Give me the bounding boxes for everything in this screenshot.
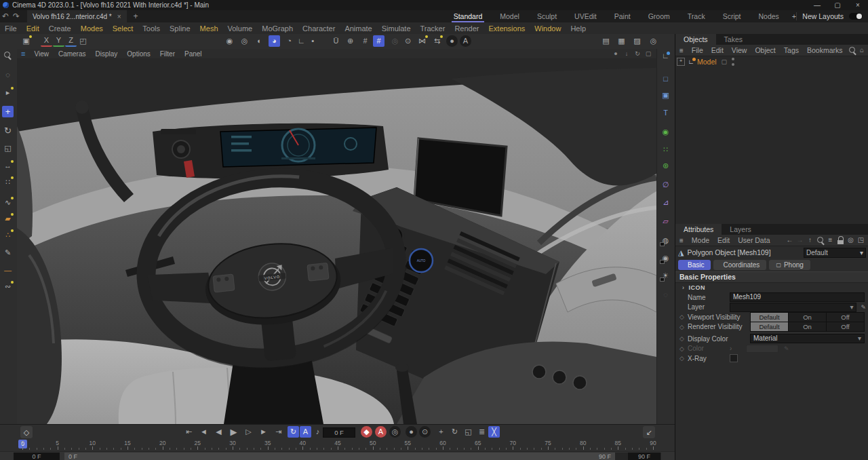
- forward-icon[interactable]: →: [795, 235, 805, 245]
- menu-item[interactable]: Create: [44, 24, 76, 33]
- minimize-button[interactable]: —: [807, 0, 827, 10]
- grid-icon[interactable]: #: [359, 35, 371, 47]
- keyframe-dot-icon[interactable]: ◇: [679, 335, 688, 342]
- menu-item[interactable]: Select: [108, 24, 138, 33]
- environment-icon[interactable]: ◍: [660, 235, 671, 246]
- layout-tab[interactable]: Groom: [639, 11, 679, 22]
- scale-toggle[interactable]: ◱: [462, 426, 474, 438]
- display-color-dropdown[interactable]: Material▾: [750, 334, 865, 343]
- layout-tab[interactable]: Paint: [606, 11, 639, 22]
- home-icon[interactable]: ⌂: [857, 45, 867, 55]
- panel-menu-icon[interactable]: ≡: [675, 237, 688, 244]
- keyframe-dot-icon[interactable]: ◇: [679, 355, 688, 362]
- pla-toggle[interactable]: ╳: [488, 426, 500, 438]
- attribute-tab[interactable]: ▢Phong: [769, 260, 810, 270]
- viewport-menu-panel[interactable]: Panel: [180, 50, 207, 58]
- panel-menu-icon[interactable]: ≡: [675, 47, 688, 54]
- live-selection-icon[interactable]: ◌: [2, 69, 14, 81]
- preset-dropdown[interactable]: Default ▾: [804, 248, 866, 258]
- menu-item[interactable]: Animate: [340, 24, 376, 33]
- position-toggle[interactable]: +: [435, 426, 447, 438]
- polygons-mode-icon[interactable]: ◕: [269, 35, 280, 47]
- panel-tab[interactable]: Takes: [716, 34, 751, 45]
- menu-item[interactable]: Edit: [22, 24, 44, 33]
- menu-item[interactable]: Render: [450, 24, 484, 33]
- menu-item[interactable]: Modes: [76, 24, 108, 33]
- menu-item[interactable]: Extensions: [484, 24, 530, 33]
- quantize-icon[interactable]: ⊕: [344, 35, 356, 47]
- mask-icon[interactable]: ●: [446, 35, 458, 47]
- play-button[interactable]: ▶: [228, 426, 239, 438]
- brush-tool-icon[interactable]: ✎: [2, 247, 14, 258]
- axis-mode-icon[interactable]: ∟: [296, 35, 307, 47]
- line-cut-icon[interactable]: —: [2, 265, 14, 276]
- axis-z-lock[interactable]: Z: [65, 35, 77, 47]
- viewport-menu-icon[interactable]: ≡: [17, 50, 29, 58]
- visibility-toggles[interactable]: [730, 58, 736, 66]
- segment-option[interactable]: On: [789, 313, 827, 322]
- cube-primitives-icon[interactable]: ▣: [660, 90, 671, 101]
- workplane-icon[interactable]: ⊿: [660, 197, 671, 208]
- auto-mode-icon[interactable]: A: [460, 35, 471, 47]
- objects-menu-object[interactable]: Object: [751, 46, 779, 54]
- menu-item[interactable]: Mesh: [195, 24, 223, 33]
- layout-tab[interactable]: Model: [491, 11, 528, 22]
- subdivision-surface-icon[interactable]: ◉: [660, 126, 671, 138]
- keyframe-button[interactable]: ◇: [20, 426, 33, 438]
- attributes-menu-edit[interactable]: Edit: [713, 236, 734, 244]
- focus-icon[interactable]: ◎: [846, 235, 856, 245]
- solo-animation-button[interactable]: ●: [406, 426, 417, 438]
- spline-primitives-icon[interactable]: □: [660, 73, 671, 85]
- edit-pen-icon[interactable]: ✎: [861, 304, 866, 311]
- axis-y-lock[interactable]: Y: [53, 35, 64, 47]
- search-icon[interactable]: [847, 45, 857, 55]
- redo-icon[interactable]: ↷: [11, 12, 22, 21]
- all-frames-button[interactable]: A: [300, 426, 311, 438]
- expand-icon[interactable]: +: [677, 58, 685, 66]
- keyframe-dot-icon[interactable]: ◇: [679, 313, 688, 320]
- follow-button[interactable]: ⊙: [419, 426, 431, 438]
- menu-item[interactable]: Tracker: [416, 24, 450, 33]
- segment-option[interactable]: On: [789, 322, 827, 331]
- planar-workplane-icon[interactable]: Ü: [330, 35, 342, 47]
- name-input[interactable]: Mesh109: [730, 292, 865, 302]
- guides-icon[interactable]: ◎: [389, 35, 401, 47]
- target-icon[interactable]: ⊙: [402, 35, 414, 47]
- viewport-menu-cameras[interactable]: Cameras: [54, 50, 91, 58]
- segment-option[interactable]: Default: [751, 313, 789, 322]
- document-tab[interactable]: Volvo fh16 2...nterior.c4d * ×: [27, 10, 127, 22]
- segment-option[interactable]: Off: [827, 313, 864, 322]
- array-generator-icon[interactable]: ∷: [660, 144, 671, 155]
- object-tree-row[interactable]: + ∟ Model ▢: [675, 56, 868, 67]
- viewport-menu-view[interactable]: View: [29, 50, 54, 58]
- scale-tool-icon[interactable]: ◱: [2, 142, 14, 154]
- sphere-icon[interactable]: ●: [612, 50, 620, 57]
- render-settings-icon[interactable]: ▨: [631, 35, 643, 47]
- segment-option[interactable]: Off: [827, 322, 864, 331]
- bend-deformer-icon[interactable]: ∅: [660, 179, 671, 191]
- panel-tab[interactable]: Objects: [675, 34, 716, 45]
- axis-x-lock[interactable]: X: [41, 35, 52, 47]
- motext-icon[interactable]: T: [660, 107, 671, 119]
- keyframe-dot-icon[interactable]: ◇: [679, 324, 688, 330]
- attributes-menu-mode[interactable]: Mode: [688, 236, 713, 244]
- panel-tab[interactable]: Attributes: [675, 224, 722, 235]
- new-layouts-button[interactable]: New Layouts: [797, 12, 849, 20]
- scene-camera-icon[interactable]: ◉: [660, 252, 671, 264]
- objects-menu-bookmarks[interactable]: Bookmarks: [803, 46, 847, 54]
- make-editable-icon[interactable]: ◉: [224, 35, 235, 47]
- layer-dropdown[interactable]: ▾: [730, 303, 856, 312]
- interactive-render-icon[interactable]: ◎: [648, 35, 659, 47]
- rotate-tool-icon[interactable]: ↻: [2, 125, 14, 136]
- prev-frame-button[interactable]: ◀: [213, 426, 224, 438]
- menu-item[interactable]: Tools: [138, 24, 165, 33]
- magnet-tool-icon[interactable]: ∷: [2, 176, 14, 188]
- uv-mode-icon[interactable]: ◔: [283, 35, 295, 47]
- viewport-3d-render[interactable]: AUTO: [17, 58, 656, 424]
- search-icon[interactable]: [815, 235, 825, 245]
- next-key-button[interactable]: ►: [258, 426, 269, 438]
- snap-toggle-icon[interactable]: #: [373, 35, 384, 47]
- layout-tab[interactable]: UVEdit: [566, 11, 606, 22]
- objects-menu-file[interactable]: File: [688, 46, 707, 54]
- prev-key-button[interactable]: ◄: [198, 426, 210, 438]
